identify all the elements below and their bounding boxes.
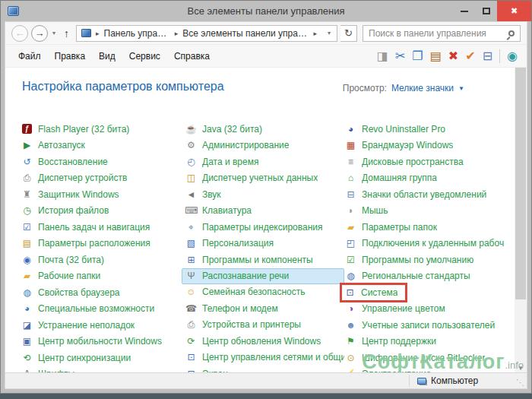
refresh-button[interactable]: ↻: [340, 25, 357, 42]
search-icon: [508, 30, 515, 36]
panel-item-label: Устранение неполадок: [38, 320, 135, 331]
properties-icon[interactable]: ⊟: [483, 50, 492, 62]
breadcrumb-all-items[interactable]: Все элементы панели управления: [182, 28, 309, 39]
maximize-button[interactable]: [475, 1, 497, 21]
address-bar[interactable]: ▸ Панель управле... ▸ Все элементы панел…: [76, 25, 337, 42]
panel-item[interactable]: ⊞ Программы и компоненты: [185, 252, 344, 268]
panel-item-label: Параметры папок: [362, 222, 437, 233]
panel-item[interactable]: ⎙ Устройства и принтеры: [185, 317, 344, 334]
panel-item[interactable]: ◗ Мышь: [344, 203, 504, 220]
scroll-down-icon[interactable]: ▾: [515, 364, 527, 372]
panel-item[interactable]: ⟳ Центр обновления Windows: [185, 333, 344, 350]
menu-tools[interactable]: Сервис: [122, 48, 167, 65]
panel-item[interactable]: ⊡ Центр управления сетями и общи...: [185, 350, 344, 366]
panel-item[interactable]: ⊡ Система: [340, 283, 407, 302]
menu-help[interactable]: Справка: [167, 48, 217, 65]
panel-item[interactable]: ▧ Персонализация: [185, 236, 344, 252]
panel-item[interactable]: ◴ Дата и время: [185, 154, 344, 170]
panel-item[interactable]: ⌂ Домашняя группа: [344, 170, 504, 187]
view-value-dropdown[interactable]: Мелкие значки: [391, 83, 454, 93]
panel-item[interactable]: ☑ Панель задач и навигация: [21, 219, 180, 236]
panel-item[interactable]: ⟲ Центр синхронизации: [21, 350, 180, 366]
panel-item[interactable]: ◑ Управление цветом: [344, 301, 504, 318]
panel-item[interactable]: ƒ Flash Player (32 бита): [21, 121, 180, 138]
history-dropdown-button[interactable]: ▾: [51, 30, 57, 36]
panel-item[interactable]: ⚡ Электропитание: [344, 366, 504, 373]
back-button[interactable]: ←: [11, 25, 28, 42]
panel-item[interactable]: ◉ Почта (32 бита): [21, 252, 180, 268]
panel-item[interactable]: Ψ Распознавание речи: [182, 268, 344, 284]
panel-item[interactable]: ⚑ Центр поддержки: [344, 334, 504, 350]
search-box[interactable]: [363, 25, 521, 42]
panel-item[interactable]: ◄ Звук: [185, 186, 344, 203]
panel-item-label: Восстановление: [38, 157, 108, 167]
panel-item[interactable]: ◍ Региональные стандарты: [344, 268, 504, 285]
panel-item[interactable]: ◕ Специальные возможности: [21, 301, 180, 318]
copy-icon[interactable]: ❐: [412, 50, 423, 62]
check-icon[interactable]: ✔: [465, 50, 475, 62]
panel-item[interactable]: ▶ Автозапуск: [21, 138, 180, 154]
panel-item[interactable]: ☻ Учетные записи пользователей: [344, 317, 504, 334]
panel-item[interactable]: ◫ Диспетчер учетных данных: [185, 170, 344, 187]
search-input[interactable]: [369, 28, 505, 39]
cut-icon[interactable]: ✂: [395, 50, 405, 62]
panel-item[interactable]: ☺ Семейная безопасность: [185, 284, 344, 301]
address-dropdown-button[interactable]: ▾: [326, 30, 332, 36]
panel-item-label: Дисковые пространства: [362, 157, 464, 167]
panel-item[interactable]: ☕ Java (32 бита): [185, 121, 344, 138]
panel-item[interactable]: ⌖ Параметры индексирования: [185, 219, 344, 236]
panel-item-label: Региональные стандарты: [362, 271, 470, 281]
panel-item[interactable]: ⊙ Шифрование диска BitLocker: [344, 350, 504, 366]
up-button[interactable]: ↑: [60, 27, 73, 40]
chevron-down-icon[interactable]: ▼: [458, 85, 464, 92]
panel-item[interactable]: ↺ Восстановление: [21, 154, 180, 170]
vertical-scrollbar[interactable]: ▾: [515, 68, 527, 372]
panel-item-label: Свойства браузера: [38, 287, 120, 298]
panel-item[interactable]: ◍ Свойства браузера: [21, 284, 180, 301]
panel-item[interactable]: A Шрифты: [21, 366, 180, 373]
panel-item[interactable]: ◪ Устранение неполадок: [21, 317, 180, 334]
windows-firewall-icon: ▦: [344, 141, 357, 150]
window-controls: ✖: [453, 1, 531, 21]
window-body: ← → ▾ ↑ ▸ Панель управле... ▸ Все элемен…: [5, 21, 527, 389]
panel-item[interactable]: ⚙ Администрирование: [185, 138, 344, 154]
panel-item[interactable]: ☑ Программы по умолчанию: [344, 252, 504, 268]
admin-tools-icon: ⚙: [185, 141, 198, 150]
panel-item[interactable]: ◕ Revo Uninstaller Pro: [344, 121, 504, 138]
panel-item[interactable]: ⌨ Клавиатура: [185, 203, 344, 220]
panel-item[interactable]: ◷ История файлов: [21, 203, 180, 220]
forward-button[interactable]: →: [31, 25, 48, 42]
panes-icon[interactable]: ◨: [377, 50, 388, 62]
panel-item[interactable]: ▰ Рабочие папки: [21, 268, 180, 285]
panel-item[interactable]: ☎ Телефон и модем: [185, 300, 344, 317]
family-safety-icon: ☺: [185, 287, 198, 296]
panel-item-label: Система: [361, 287, 397, 298]
shell-icon[interactable]: ◉: [507, 50, 518, 62]
panel-item[interactable]: ▤ Параметры расположения: [21, 236, 180, 252]
panel-item[interactable]: ▣ Центр мобильности Windows: [21, 334, 180, 350]
items-column-3: ◕ Revo Uninstaller Pro ▦ Брандмауэр Wind…: [344, 121, 504, 372]
panel-item[interactable]: ⊡ Экран: [185, 366, 344, 372]
panel-item-label: Рабочие папки: [38, 271, 100, 281]
panel-item[interactable]: ▰ Параметры папок: [344, 219, 504, 236]
panel-item[interactable]: ▦ Брандмауэр Windows: [344, 138, 504, 154]
panel-item[interactable]: ⊟ Значки области уведомлений: [344, 186, 504, 203]
panel-item[interactable]: ◰ Подключения к удаленным рабоч...: [344, 236, 504, 252]
delete-icon[interactable]: ✖: [448, 50, 458, 62]
scrollbar-thumb[interactable]: [515, 68, 526, 299]
credential-manager-icon: ◫: [185, 173, 198, 182]
windows-update-icon: ⟳: [185, 337, 198, 346]
minimize-button[interactable]: [453, 1, 475, 21]
menu-view[interactable]: Вид: [92, 48, 122, 65]
panel-item[interactable]: ♜ Защитник Windows: [21, 186, 180, 203]
close-button[interactable]: ✖: [497, 1, 531, 21]
panel-item[interactable]: ⎙ Диспетчер устройств: [21, 170, 180, 187]
indexing-options-icon: ⌖: [185, 223, 198, 232]
panel-item[interactable]: ≡ Дисковые пространства: [344, 154, 504, 170]
paste-icon[interactable]: ▤: [430, 50, 442, 62]
panel-item-label: Центр поддержки: [362, 336, 436, 347]
menu-file[interactable]: Файл: [11, 48, 48, 65]
resize-grip[interactable]: ⋱: [516, 378, 524, 388]
menu-edit[interactable]: Правка: [48, 48, 93, 65]
breadcrumb-control-panel[interactable]: Панель управле...: [104, 28, 170, 39]
